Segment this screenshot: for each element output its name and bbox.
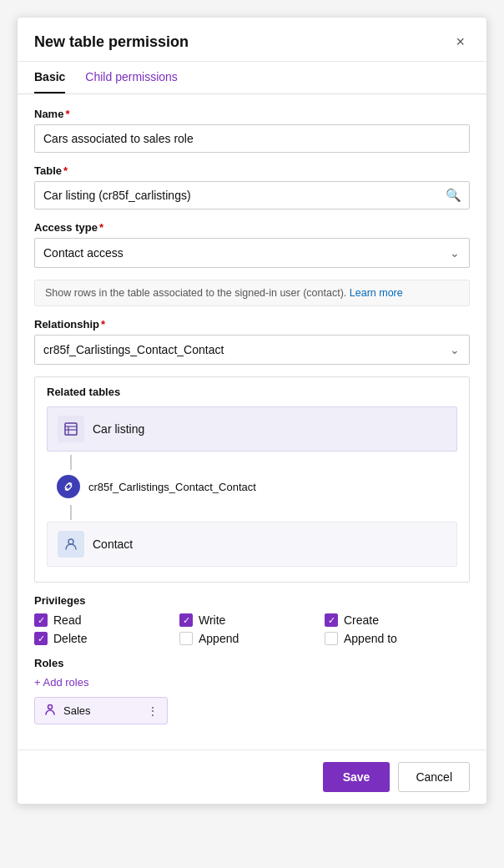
access-type-select[interactable]: Contact access bbox=[34, 238, 470, 268]
table-search-wrap: 🔍 bbox=[34, 181, 470, 209]
related-table-relationship[interactable]: cr85f_Carlistings_Contact_Contact bbox=[47, 472, 457, 502]
read-checkbox[interactable] bbox=[34, 613, 48, 627]
table-field-group: Table* 🔍 bbox=[34, 164, 470, 209]
priv-delete: Delete bbox=[34, 632, 179, 645]
contact-label: Contact bbox=[93, 537, 133, 551]
close-button[interactable]: × bbox=[451, 33, 470, 51]
delete-checkbox[interactable] bbox=[34, 632, 48, 645]
dialog-title: New table permission bbox=[34, 33, 189, 51]
relationship-select[interactable]: cr85f_Carlistings_Contact_Contact bbox=[34, 335, 470, 365]
table-label: Table* bbox=[34, 164, 470, 177]
access-type-select-wrap: Contact access ⌄ bbox=[34, 238, 470, 268]
priv-write: Write bbox=[179, 613, 325, 627]
relationship-label: Relationship* bbox=[34, 318, 470, 331]
name-input[interactable] bbox=[34, 124, 470, 153]
access-type-field-group: Access type* Contact access ⌄ bbox=[34, 221, 470, 268]
add-roles-button[interactable]: + Add roles bbox=[34, 674, 88, 690]
dialog-footer: Save Cancel bbox=[18, 749, 486, 804]
contact-icon bbox=[58, 531, 84, 558]
priv-read: Read bbox=[34, 613, 179, 627]
privileges-section: Privileges Read Write Create Delete bbox=[34, 594, 470, 645]
link-icon bbox=[57, 475, 80, 498]
tab-bar: Basic Child permissions bbox=[18, 62, 486, 94]
write-label: Write bbox=[199, 613, 225, 627]
append-to-checkbox[interactable] bbox=[325, 632, 338, 645]
tab-child-permissions[interactable]: Child permissions bbox=[85, 62, 177, 93]
priv-append: Append bbox=[179, 632, 325, 645]
sales-role-label: Sales bbox=[63, 704, 140, 717]
append-label: Append bbox=[199, 632, 239, 645]
sales-role-chip[interactable]: Sales ⋮ bbox=[34, 697, 168, 724]
delete-label: Delete bbox=[53, 632, 87, 645]
role-icon bbox=[43, 703, 57, 719]
create-label: Create bbox=[344, 613, 379, 627]
read-label: Read bbox=[53, 613, 81, 627]
related-table-contact[interactable]: Contact bbox=[47, 522, 457, 567]
roles-section: Roles + Add roles Sales ⋮ bbox=[34, 657, 470, 724]
car-listing-label: Car listing bbox=[93, 422, 144, 436]
connector-line bbox=[58, 455, 457, 470]
dialog: New table permission × Basic Child permi… bbox=[17, 17, 487, 805]
relationship-select-wrap: cr85f_Carlistings_Contact_Contact ⌄ bbox=[34, 335, 470, 365]
save-button[interactable]: Save bbox=[323, 762, 391, 792]
append-checkbox[interactable] bbox=[179, 632, 193, 645]
cancel-button[interactable]: Cancel bbox=[398, 762, 470, 792]
privileges-title: Privileges bbox=[34, 594, 470, 607]
append-to-label: Append to bbox=[344, 632, 397, 645]
relationship-field-group: Relationship* cr85f_Carlistings_Contact_… bbox=[34, 318, 470, 365]
related-tables-section: Related tables Car listing bbox=[34, 376, 470, 583]
related-table-car-listing[interactable]: Car listing bbox=[47, 406, 457, 452]
search-icon: 🔍 bbox=[446, 188, 461, 203]
access-type-label: Access type* bbox=[34, 221, 470, 234]
roles-title: Roles bbox=[34, 657, 470, 669]
name-field-group: Name* bbox=[34, 108, 470, 153]
table-search-input[interactable] bbox=[34, 181, 470, 209]
table-icon bbox=[58, 416, 84, 442]
privileges-grid: Read Write Create Delete Append bbox=[34, 613, 470, 645]
connector-line-2 bbox=[58, 505, 457, 520]
priv-append-to: Append to bbox=[325, 632, 470, 645]
dialog-header: New table permission × bbox=[18, 18, 486, 62]
learn-more-link[interactable]: Learn more bbox=[350, 287, 403, 299]
role-chip-menu-icon[interactable]: ⋮ bbox=[147, 704, 159, 718]
create-checkbox[interactable] bbox=[325, 613, 338, 627]
relationship-label-text: cr85f_Carlistings_Contact_Contact bbox=[88, 481, 256, 493]
svg-point-4 bbox=[68, 539, 73, 544]
info-box: Show rows in the table associated to the… bbox=[34, 280, 470, 306]
tab-basic[interactable]: Basic bbox=[34, 62, 65, 93]
svg-point-5 bbox=[48, 705, 53, 709]
svg-rect-0 bbox=[65, 423, 77, 435]
related-tables-title: Related tables bbox=[47, 386, 457, 398]
priv-create: Create bbox=[325, 613, 470, 627]
dialog-body: Name* Table* 🔍 Access type* Contact acce… bbox=[18, 94, 486, 749]
write-checkbox[interactable] bbox=[179, 613, 193, 627]
name-label: Name* bbox=[34, 108, 470, 120]
